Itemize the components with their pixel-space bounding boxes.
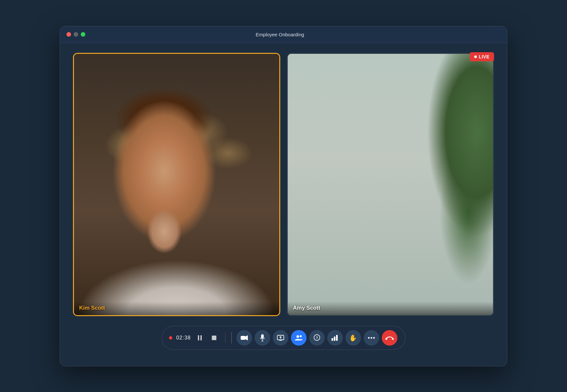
stop-button[interactable] (209, 333, 219, 343)
svg-rect-16 (334, 337, 335, 341)
titlebar: Employee Onboarding (60, 26, 507, 43)
video-feed-kim (74, 54, 279, 315)
svg-rect-3 (241, 336, 245, 340)
svg-rect-15 (332, 338, 333, 341)
recording-timer: 02:38 (176, 335, 191, 341)
minimize-button[interactable] (74, 32, 78, 37)
chat-button[interactable]: ? (309, 330, 325, 346)
participant-name-amy: Amy Scott (288, 302, 493, 315)
live-badge: LIVE (470, 52, 494, 61)
end-call-button[interactable] (382, 330, 397, 346)
main-content: LIVE Kim Scott Amy Scott 02:38 (60, 43, 507, 366)
share-screen-button[interactable] (273, 330, 288, 346)
svg-rect-17 (336, 335, 338, 341)
control-bar-wrapper: 02:38 (73, 326, 494, 356)
svg-point-19 (370, 337, 372, 339)
recording-section: 02:38 (169, 333, 225, 343)
video-tile-amy: Amy Scott (287, 53, 494, 316)
video-call-window: Employee Onboarding LIVE Kim Scott Amy S… (60, 26, 507, 366)
svg-rect-2 (212, 336, 216, 340)
recording-dot (169, 336, 172, 339)
svg-point-18 (368, 337, 369, 339)
video-grid: Kim Scott Amy Scott (73, 53, 494, 316)
video-feed-amy (288, 54, 493, 315)
svg-rect-5 (261, 334, 264, 339)
svg-rect-1 (200, 335, 202, 340)
svg-text:?: ? (316, 336, 318, 340)
close-button[interactable] (66, 32, 71, 37)
more-options-button[interactable] (364, 330, 379, 346)
svg-point-12 (300, 335, 302, 337)
live-indicator-dot (474, 55, 477, 58)
participant-name-kim: Kim Scott (74, 302, 279, 315)
window-title: Employee Onboarding (85, 32, 475, 37)
divider-1 (231, 332, 232, 344)
svg-point-20 (373, 337, 375, 339)
microphone-button[interactable] (255, 330, 270, 346)
svg-marker-4 (245, 335, 248, 340)
svg-point-11 (296, 335, 299, 338)
svg-rect-21 (385, 338, 388, 340)
stats-button[interactable] (327, 330, 343, 346)
svg-rect-0 (198, 335, 199, 340)
traffic-lights (66, 32, 85, 37)
svg-rect-22 (392, 338, 394, 340)
live-label: LIVE (479, 54, 489, 59)
pause-button[interactable] (195, 333, 205, 343)
video-tile-kim: Kim Scott (73, 53, 280, 316)
participants-button[interactable] (291, 330, 307, 346)
raise-hand-button[interactable]: ✋ (345, 330, 361, 346)
camera-button[interactable] (236, 330, 252, 346)
maximize-button[interactable] (81, 32, 85, 37)
control-bar: 02:38 (162, 326, 405, 350)
